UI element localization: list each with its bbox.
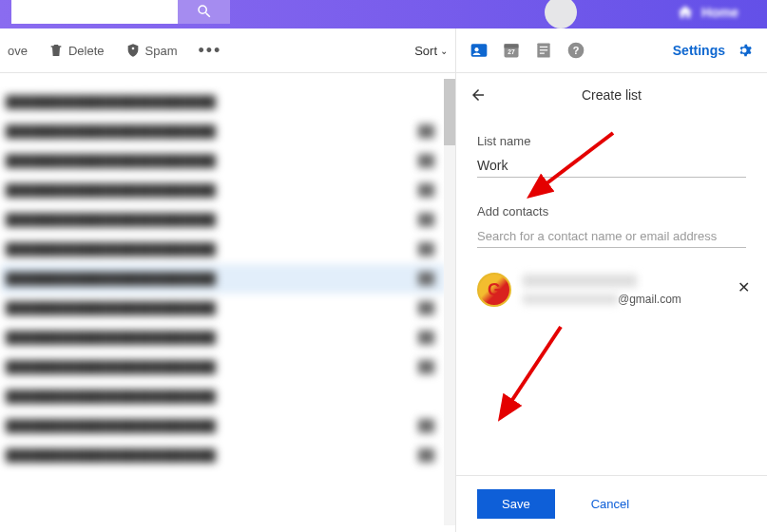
- contact-avatar: G: [477, 273, 511, 307]
- message-row[interactable]: ██████████████████████████: [0, 352, 446, 382]
- message-row[interactable]: ██████████████████████████: [0, 205, 446, 235]
- user-avatar[interactable]: [545, 0, 577, 28]
- list-name-input[interactable]: [477, 154, 746, 178]
- scrollbar-track[interactable]: [444, 79, 455, 525]
- message-row[interactable]: ██████████████████████████: [0, 294, 446, 323]
- remove-contact-button[interactable]: ✕: [738, 278, 750, 296]
- svg-rect-3: [505, 44, 519, 48]
- svg-rect-7: [540, 53, 545, 54]
- global-search-input[interactable]: [11, 0, 178, 24]
- home-icon: [677, 4, 694, 21]
- trash-icon: [48, 43, 64, 58]
- message-row[interactable]: ██████████████████████████: [0, 117, 446, 146]
- search-icon: [196, 3, 213, 20]
- create-list-form: List name Add contacts G @gmail.com ✕: [456, 115, 767, 475]
- create-list-panel: 27 ? Settings Create list List name Add …: [456, 28, 767, 532]
- sort-label: Sort: [414, 44, 437, 58]
- right-toolbar: 27 ? Settings: [456, 28, 767, 73]
- calendar-badge: 27: [508, 48, 515, 55]
- panel-header: Create list: [456, 73, 767, 115]
- contact-name: [523, 275, 637, 287]
- contacts-icon[interactable]: [470, 41, 489, 60]
- calendar-icon[interactable]: 27: [502, 41, 521, 60]
- message-row[interactable]: ██████████████████████████: [0, 411, 446, 441]
- cancel-button[interactable]: Cancel: [591, 497, 629, 511]
- message-row[interactable]: ██████████████████████████: [0, 176, 446, 205]
- add-contacts-input[interactable]: [477, 224, 746, 248]
- message-row[interactable]: ████████████████████████: [0, 87, 446, 117]
- message-list: ████████████████████████████████████████…: [0, 73, 455, 532]
- notes-icon[interactable]: [534, 41, 553, 60]
- app-topbar: Home: [0, 0, 767, 28]
- gear-icon[interactable]: [735, 41, 754, 60]
- more-menu-button[interactable]: •••: [199, 41, 222, 61]
- message-row[interactable]: ████████████████████████: [0, 382, 446, 411]
- svg-rect-5: [540, 47, 547, 48]
- message-row[interactable]: ██████████████████████████: [0, 264, 446, 294]
- message-row[interactable]: ██████████████████████████: [0, 441, 446, 470]
- help-icon[interactable]: ?: [566, 41, 585, 60]
- action-bar: Save Cancel: [456, 475, 767, 532]
- panel-title: Create list: [582, 87, 642, 103]
- delete-label: Delete: [68, 44, 105, 58]
- search-button[interactable]: [178, 0, 230, 24]
- contact-email: @gmail.com: [523, 293, 681, 306]
- scrollbar-thumb[interactable]: [444, 79, 455, 145]
- add-contacts-label: Add contacts: [477, 204, 746, 218]
- svg-point-1: [474, 48, 478, 51]
- annotation-arrow-2: [494, 322, 570, 421]
- home-link[interactable]: Home: [677, 4, 738, 21]
- back-arrow-icon[interactable]: [470, 86, 487, 104]
- move-label: ove: [8, 44, 28, 58]
- message-row[interactable]: ██████████████████████████: [0, 146, 446, 176]
- message-row[interactable]: ██████████████████████████: [0, 235, 446, 264]
- shield-icon: [125, 43, 141, 58]
- spam-button[interactable]: Spam: [125, 43, 178, 58]
- spam-label: Spam: [145, 44, 178, 58]
- list-name-label: List name: [477, 134, 746, 148]
- chevron-down-icon: ⌄: [440, 46, 448, 56]
- delete-button[interactable]: Delete: [48, 43, 105, 58]
- contact-chip: G @gmail.com ✕: [477, 273, 746, 307]
- move-button[interactable]: ove: [8, 44, 28, 58]
- mail-toolbar: ove Delete Spam ••• Sort ⌄: [0, 28, 455, 73]
- settings-link[interactable]: Settings: [673, 43, 725, 58]
- mail-list-pane: ove Delete Spam ••• Sort ⌄ █████████████…: [0, 28, 456, 532]
- svg-line-11: [508, 327, 561, 406]
- home-label: Home: [701, 5, 738, 20]
- save-button[interactable]: Save: [477, 489, 555, 519]
- svg-text:?: ?: [573, 45, 580, 56]
- svg-rect-6: [540, 49, 547, 50]
- sort-button[interactable]: Sort ⌄: [414, 44, 448, 58]
- message-row[interactable]: ██████████████████████████: [0, 323, 446, 352]
